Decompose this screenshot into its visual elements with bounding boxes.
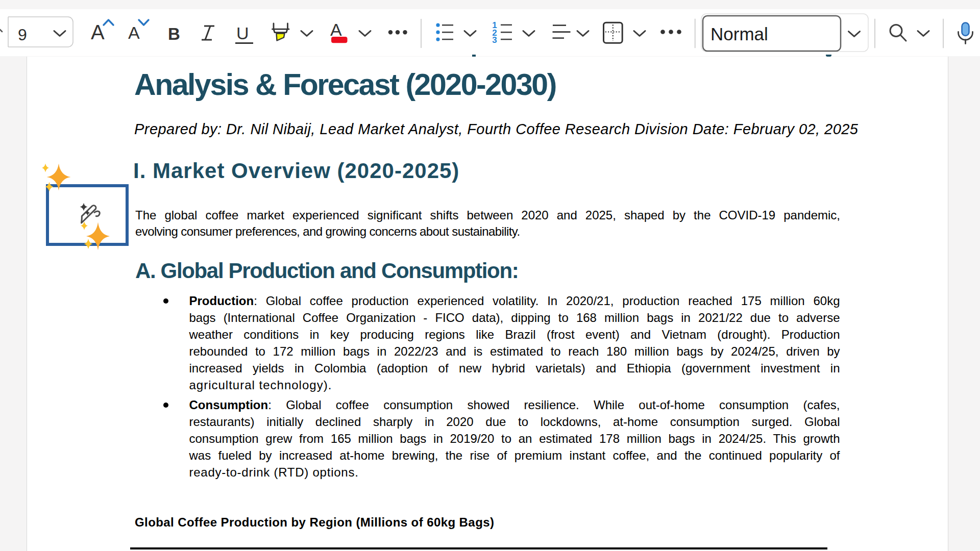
svg-text:3: 3 [492, 35, 497, 45]
svg-text:A: A [91, 21, 105, 43]
svg-text:A: A [128, 23, 140, 42]
svg-text:A: A [330, 20, 342, 39]
svg-text:B: B [168, 24, 180, 43]
svg-text:U: U [236, 23, 249, 43]
svg-text:9: 9 [18, 26, 27, 44]
svg-text:Normal: Normal [710, 24, 768, 44]
